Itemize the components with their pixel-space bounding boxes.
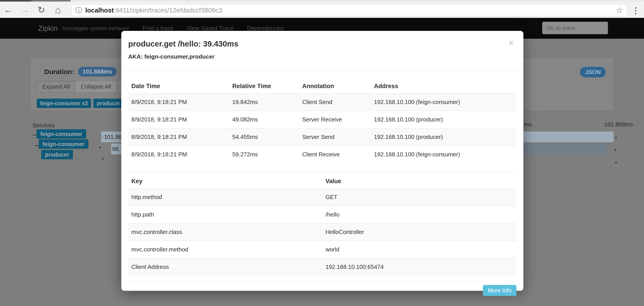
service-node-feign-consumer-2[interactable]: feign-consumer	[39, 139, 88, 149]
annotation-dot	[615, 137, 617, 138]
annotation-dot	[102, 158, 104, 160]
browser-toolbar: ← → ↻ ⌂ ⓘ localhost :9411/zipkin/traces/…	[0, 2, 644, 18]
bookmark-star-icon[interactable]: ☆	[616, 6, 623, 15]
services-heading: Services	[32, 122, 55, 129]
url-bar[interactable]: ⓘ localhost :9411/zipkin/traces/12efdadc…	[71, 4, 627, 16]
close-icon[interactable]: ×	[508, 38, 514, 48]
duration-label: Duration:	[44, 68, 74, 76]
collapse-toggle[interactable]: –	[33, 131, 36, 138]
browser-tabstrip	[0, 0, 644, 2]
zipkin-tagline: Investigate system behavior	[63, 25, 129, 32]
screen: ← → ↻ ⌂ ⓘ localhost :9411/zipkin/traces/…	[0, 0, 644, 306]
expand-all-button[interactable]: Expand All	[37, 81, 76, 92]
tags-table: Key Value http.method GET http.path /hel…	[128, 172, 516, 276]
go-to-trace-input[interactable]	[542, 22, 608, 34]
table-row: http.method GET	[128, 188, 516, 206]
back-icon[interactable]: ←	[0, 5, 16, 14]
table-row: 8/9/2018, 9:18:21 PM 59.272ms Client Rec…	[128, 146, 516, 163]
col-header-date-time: Date Time	[128, 78, 229, 94]
col-header-annotation: Annotation	[299, 78, 371, 94]
modal-footer: More Info	[128, 281, 516, 296]
span-aka: AKA: feign-consumer,producer	[128, 53, 516, 60]
table-row: mvc.controller.method world	[128, 241, 516, 258]
service-node-feign-consumer-1[interactable]: feign-consumer	[36, 129, 86, 139]
collapse-toggle[interactable]: –	[35, 141, 39, 149]
json-button[interactable]: JSON	[580, 67, 606, 78]
browser-chrome: ← → ↻ ⌂ ⓘ localhost :9411/zipkin/traces/…	[0, 0, 644, 18]
forward-icon[interactable]: →	[16, 5, 33, 14]
timeline-tick-partial: ms	[524, 121, 532, 128]
service-node-producer[interactable]: producer	[41, 150, 73, 159]
page-info-icon[interactable]: ⓘ	[76, 6, 82, 15]
col-header-key: Key	[128, 172, 322, 188]
table-row: 8/9/2018, 9:18:21 PM 49.082ms Server Rec…	[128, 111, 516, 128]
url-path: :9411/zipkin/traces/12efdadccf3809c3	[114, 7, 222, 14]
modal-header: producer.get /hello: 39.430ms AKA: feign…	[121, 31, 524, 72]
span-detail-modal: producer.get /hello: 39.430ms AKA: feign…	[121, 31, 524, 291]
url-host: localhost	[85, 7, 114, 14]
table-row: http.path /hello	[128, 206, 516, 224]
more-info-button[interactable]: More Info	[483, 285, 516, 296]
duration-badge: 101.868ms	[78, 67, 116, 76]
table-row: mvc.controller.class HelloController	[128, 224, 516, 241]
annotation-dot	[615, 150, 616, 151]
collapse-all-button[interactable]: Collapse All	[76, 81, 117, 92]
home-icon[interactable]: ⌂	[50, 5, 66, 15]
reload-icon[interactable]: ↻	[33, 5, 50, 14]
zipkin-brand[interactable]: Zipkin	[38, 24, 58, 33]
annotation-dot	[615, 162, 617, 163]
annotation-dot	[99, 147, 100, 148]
timeline-end-tick: 101.868ms	[604, 121, 630, 128]
table-row: Client Address 192.168.10.100:65474	[128, 258, 516, 276]
col-header-relative-time: Relative Time	[229, 78, 299, 94]
col-header-address: Address	[371, 78, 516, 94]
annotations-table: Date Time Relative Time Annotation Addre…	[128, 78, 516, 163]
service-tag-feign-consumer[interactable]: feign-consumer x3	[37, 99, 91, 108]
modal-body: Date Time Relative Time Annotation Addre…	[121, 78, 524, 276]
table-row: 8/9/2018, 9:18:21 PM 54.455ms Server Sen…	[128, 128, 516, 146]
span-title: producer.get /hello: 39.430ms	[128, 39, 516, 48]
browser-menu-icon[interactable]: ⋮	[632, 6, 640, 16]
table-row: 8/9/2018, 9:18:21 PM 19.842ms Client Sen…	[128, 94, 516, 111]
col-header-value: Value	[322, 172, 517, 188]
